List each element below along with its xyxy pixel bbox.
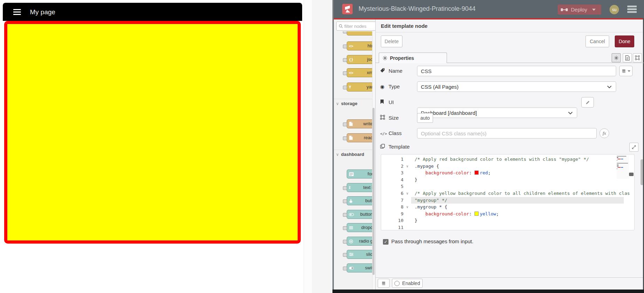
code-line-3: 3 background-color: red; xyxy=(381,169,629,176)
tags-icon: <> xyxy=(349,42,353,50)
book-icon xyxy=(621,69,626,73)
expand-icon xyxy=(632,145,636,149)
node-port xyxy=(343,136,347,140)
node-port xyxy=(343,122,347,126)
file-icon xyxy=(349,134,353,142)
palette-node-dropdown[interactable]: dropd xyxy=(347,223,375,232)
size-frame-icon xyxy=(380,113,387,123)
template-field-label: Template xyxy=(380,143,410,151)
browser-sidebar: ♟♛ + xyxy=(312,0,332,293)
properties-gear-button[interactable] xyxy=(612,53,621,62)
file-icon xyxy=(349,120,353,128)
deploy-button[interactable]: Deploy xyxy=(558,5,601,15)
expand-editor-button[interactable] xyxy=(629,143,638,152)
divider xyxy=(334,150,375,150)
size-field-label: Size xyxy=(380,113,399,123)
node-port xyxy=(343,267,347,270)
size-auto-button[interactable]: auto xyxy=(417,113,433,123)
node-port xyxy=(343,240,347,244)
dashboard-header-bar: My page xyxy=(3,3,302,21)
palette-node-button-group[interactable]: button xyxy=(347,210,375,219)
divider xyxy=(375,277,644,278)
palette-filter-input[interactable]: filter nodes xyxy=(336,22,375,31)
tray-title: Edit template node xyxy=(381,23,427,29)
tab-properties[interactable]: Properties xyxy=(379,53,447,63)
divider xyxy=(375,32,644,32)
palette-category-dashboard[interactable]: ∨dashboard xyxy=(336,152,364,157)
palette-node-form[interactable]: for xyxy=(347,169,375,179)
copy-icon xyxy=(380,143,387,151)
appearance-button[interactable] xyxy=(633,53,642,62)
code-line-1: 1/* Apply red background color to elemen… xyxy=(381,156,629,163)
palette-scrollbar-thumb[interactable] xyxy=(372,108,375,275)
class-fx-button[interactable]: fx xyxy=(599,128,609,138)
palette-node-html[interactable]: <>htr xyxy=(347,41,375,50)
node-palette: <>htr{}jso<>xmYyarwritereadforItext ibut… xyxy=(334,19,375,290)
name-input[interactable] xyxy=(417,66,616,76)
hand-icon xyxy=(349,197,353,205)
done-button[interactable]: Done xyxy=(615,35,634,47)
name-library-button[interactable] xyxy=(619,66,633,76)
palette-node-write-file[interactable]: write xyxy=(347,119,375,128)
palette-node-button[interactable]: butt xyxy=(347,196,375,205)
palette-filter-placeholder: filter nodes xyxy=(344,24,367,29)
palette-category-storage[interactable]: ∨storage xyxy=(336,101,358,106)
palette-node-read-file[interactable]: read xyxy=(347,133,375,142)
minimap xyxy=(616,155,629,179)
tags-icon: <> xyxy=(349,69,353,77)
passthrough-checkbox[interactable]: ✓ xyxy=(383,239,388,245)
edit-ui-button[interactable] xyxy=(581,97,594,108)
description-button[interactable] xyxy=(623,53,632,62)
palette-node-text-input[interactable]: Itext i xyxy=(347,183,375,192)
palette-node-label: button xyxy=(360,210,373,219)
bookmark-icon xyxy=(380,97,387,108)
user-avatar[interactable]: su xyxy=(610,5,619,14)
tag-icon xyxy=(380,66,387,76)
node-help-button[interactable] xyxy=(378,279,390,288)
node-enabled-toggle[interactable]: Enabled xyxy=(392,279,423,288)
lines-icon xyxy=(349,223,353,232)
palette-node-slider[interactable]: slid xyxy=(347,250,375,259)
node-red-header: Mysterious-Black-Winged-Pratincole-9044 … xyxy=(334,0,644,18)
divider xyxy=(334,99,375,99)
node-red-logo-icon xyxy=(342,4,353,14)
cancel-button[interactable]: Cancel xyxy=(586,35,609,47)
type-icon: ◉ xyxy=(380,81,387,92)
palette-node-xml[interactable]: <>xm xyxy=(347,68,375,77)
palette-node-label: radio g xyxy=(359,237,373,245)
node-port xyxy=(343,199,347,203)
book-icon xyxy=(381,281,386,286)
palette-node-yaml[interactable]: Yyar xyxy=(347,82,375,92)
code-line-10: 10} xyxy=(381,217,629,224)
type-select[interactable]: CSS (All Pages) xyxy=(417,81,616,92)
dashboard-preview: My page xyxy=(0,0,304,293)
delete-button[interactable]: Delete xyxy=(381,35,402,47)
color-swatch xyxy=(474,212,479,216)
palette-node-switch[interactable]: swit xyxy=(347,263,375,272)
screen: My page ♟♛ + xyxy=(0,0,644,293)
deploy-caret-icon[interactable] xyxy=(592,9,596,11)
palette-search-band: filter nodes xyxy=(334,19,375,31)
template-code-editor[interactable]: 1/* Apply red background color to elemen… xyxy=(381,154,635,230)
chevron-down-icon xyxy=(607,86,612,88)
palette-node-label: dropd xyxy=(361,223,373,232)
class-input[interactable] xyxy=(417,128,597,138)
node-port xyxy=(343,226,347,230)
code-icon: </> xyxy=(380,129,387,139)
palette-node-radio-group[interactable]: radio g xyxy=(347,237,375,246)
category-label: storage xyxy=(341,101,358,106)
category-label: dashboard xyxy=(341,152,364,157)
yaml-icon: Y xyxy=(349,83,351,91)
palette-node-label: text i xyxy=(363,183,373,192)
palette-node-json[interactable]: {}jso xyxy=(347,55,375,64)
ui-select[interactable]: Dashboard [/dashboard] xyxy=(417,108,577,118)
palette-node-label: swit xyxy=(365,264,373,272)
node-port xyxy=(343,213,347,217)
editor-scrollbar-thumb[interactable] xyxy=(629,173,634,176)
class-field-label: </> Class xyxy=(380,128,402,138)
dashboard-group-panel xyxy=(4,21,301,244)
ibeam-icon: I xyxy=(349,183,351,192)
deploy-label: Deploy xyxy=(571,7,587,13)
dashboard-scrollbar[interactable] xyxy=(304,0,312,293)
deploy-node-icon xyxy=(561,7,568,12)
